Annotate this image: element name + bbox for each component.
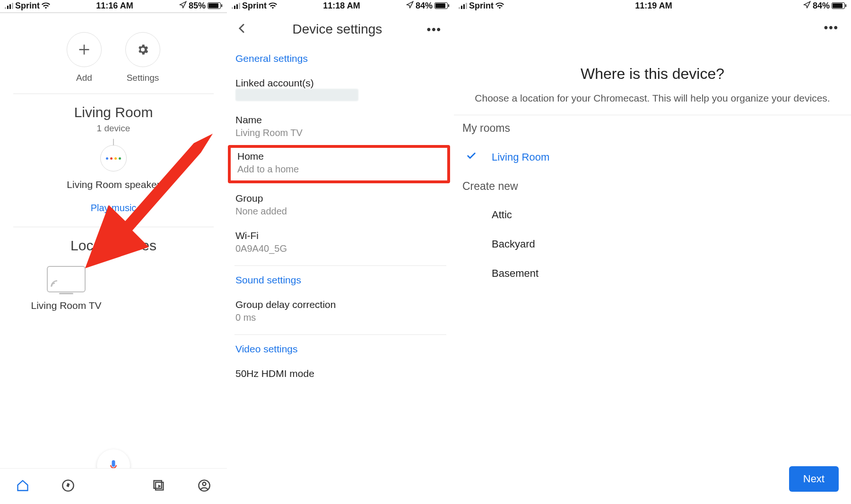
tv-device[interactable]: Living Room TV: [28, 266, 104, 311]
screen-choose-location: Sprint 11:19 AM 84% ••• Where is this de…: [454, 0, 851, 504]
signal-icon: [5, 2, 13, 9]
compass-icon: [61, 479, 75, 492]
carrier-label: Sprint: [469, 1, 494, 11]
nav-media[interactable]: [152, 479, 165, 494]
sound-settings-heading: Sound settings: [234, 273, 446, 294]
room-option-basement[interactable]: Basement: [462, 260, 842, 289]
local-devices-title: Local devices: [0, 238, 227, 254]
google-home-icon: [100, 145, 127, 171]
name-value: Living Room TV: [235, 128, 445, 138]
battery-label: 85%: [189, 1, 206, 11]
row-home[interactable]: Home Add to a home: [237, 151, 443, 175]
media-icon: [152, 479, 165, 492]
question-title: Where is this device?: [468, 65, 837, 83]
location-icon: [803, 1, 811, 10]
page-title: Device settings: [292, 22, 382, 37]
group-delay-label: Group delay correction: [235, 299, 445, 310]
video-settings-heading: Video settings: [234, 342, 446, 363]
more-icon: •••: [824, 21, 839, 34]
account-icon: [198, 479, 211, 492]
linked-accounts-value-redacted: [235, 89, 358, 101]
nav-discover[interactable]: [61, 479, 75, 494]
speaker-device[interactable]: Living Room speaker Play music: [0, 145, 227, 214]
row-linked-accounts[interactable]: Linked account(s): [234, 73, 446, 110]
plus-icon: [67, 32, 102, 67]
room-name: Basement: [492, 267, 538, 280]
room-option-backyard[interactable]: Backyard: [462, 231, 842, 260]
location-icon: [406, 1, 414, 10]
wifi-icon: [42, 2, 50, 9]
more-icon: •••: [427, 23, 442, 35]
group-delay-value: 0 ms: [235, 312, 445, 323]
more-button[interactable]: •••: [427, 23, 442, 36]
screen-home: Sprint 11:16 AM 85% Add: [0, 0, 227, 504]
carrier-label: Sprint: [15, 1, 40, 11]
wifi-label: Wi-Fi: [235, 230, 445, 241]
row-hdmi-50[interactable]: 50Hz HDMI mode: [234, 363, 446, 388]
my-rooms-label: My rooms: [462, 115, 842, 143]
row-group[interactable]: Group None added: [234, 188, 446, 225]
battery-label: 84%: [813, 1, 830, 11]
clock-label: 11:19 AM: [635, 1, 672, 11]
signal-icon: [232, 2, 240, 9]
home-label: Home: [237, 151, 443, 162]
room-name: Attic: [492, 209, 512, 221]
annotation-highlight: Home Add to a home: [228, 145, 450, 183]
room-title: Living Room: [0, 104, 227, 120]
carrier-label: Sprint: [242, 1, 267, 11]
nav-account[interactable]: [198, 479, 211, 494]
next-button[interactable]: Next: [789, 466, 839, 492]
bottom-nav: [0, 468, 227, 504]
clock-label: 11:18 AM: [323, 1, 360, 11]
hdmi-50-label: 50Hz HDMI mode: [235, 368, 445, 379]
speaker-name: Living Room speaker: [0, 179, 227, 190]
chevron-left-icon: [236, 23, 248, 34]
back-button[interactable]: [236, 23, 248, 36]
tv-name: Living Room TV: [28, 300, 104, 311]
play-music-link[interactable]: Play music: [0, 203, 227, 214]
screen-device-settings: Sprint 11:18 AM 84% Device settings •••: [227, 0, 454, 504]
room-subtitle: 1 device: [0, 123, 227, 134]
create-new-label: Create new: [462, 173, 842, 201]
status-bar: Sprint 11:19 AM 84%: [454, 0, 851, 12]
room-option-attic[interactable]: Attic: [462, 201, 842, 231]
general-settings-heading: General settings: [234, 51, 446, 73]
battery-label: 84%: [416, 1, 433, 11]
home-icon: [16, 479, 29, 492]
battery-icon: [208, 2, 222, 9]
more-button[interactable]: •••: [824, 21, 839, 34]
room-name: Backyard: [492, 238, 535, 250]
room-option-living-room[interactable]: Living Room: [462, 143, 842, 173]
location-icon: [179, 1, 187, 10]
wifi-icon: [495, 2, 504, 9]
local-devices-section: Local devices Living Room TV: [0, 238, 227, 311]
linked-accounts-label: Linked account(s): [235, 77, 445, 89]
gear-icon: [125, 32, 160, 67]
settings-button[interactable]: Settings: [125, 32, 160, 83]
check-icon: [466, 151, 478, 164]
room-name: Living Room: [492, 151, 549, 163]
svg-point-5: [203, 482, 206, 486]
nav-home[interactable]: [16, 479, 29, 494]
name-label: Name: [235, 114, 445, 126]
chromecast-icon: [47, 266, 86, 292]
wifi-value: 0A9A40_5G: [235, 243, 445, 254]
clock-label: 11:16 AM: [96, 1, 133, 11]
status-bar: Sprint 11:16 AM 85%: [0, 0, 227, 12]
question-subtitle: Choose a location for your Chromecast. T…: [468, 91, 837, 105]
battery-icon: [832, 2, 846, 9]
settings-label: Settings: [127, 73, 159, 83]
row-wifi[interactable]: Wi-Fi 0A9A40_5G: [234, 225, 446, 263]
status-bar: Sprint 11:18 AM 84%: [227, 0, 454, 12]
battery-icon: [434, 2, 449, 9]
add-label: Add: [76, 73, 92, 83]
row-group-delay[interactable]: Group delay correction 0 ms: [234, 294, 446, 332]
add-button[interactable]: Add: [67, 32, 102, 83]
group-label: Group: [235, 193, 445, 204]
wifi-icon: [269, 2, 277, 9]
group-value: None added: [235, 206, 445, 217]
home-value: Add to a home: [237, 164, 443, 175]
row-name[interactable]: Name Living Room TV: [234, 110, 446, 147]
room-section: Living Room 1 device Living Room speaker…: [0, 104, 227, 214]
signal-icon: [459, 2, 467, 9]
